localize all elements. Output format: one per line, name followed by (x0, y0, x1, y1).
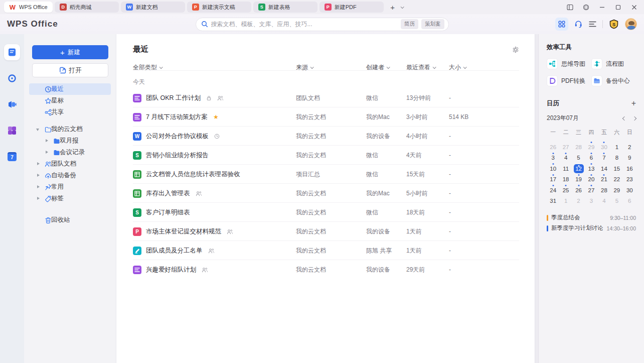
calendar-day[interactable]: 3 (585, 196, 597, 207)
open-file-button[interactable]: 打开 (32, 63, 108, 77)
minimize-button[interactable] (596, 2, 608, 13)
file-row[interactable]: S营销小组业绩分析报告我的云文档微信4天前- (133, 146, 519, 165)
calendar-day[interactable]: 9 (623, 153, 636, 164)
rail-item-calendar[interactable]: 7 (4, 149, 20, 165)
tool-flowchart[interactable]: 流程图 (591, 58, 636, 70)
tab-home[interactable]: WWPS Office (4, 2, 53, 13)
calendar-day-selected[interactable]: 12 (572, 163, 585, 174)
calendar-day[interactable]: 21 (598, 174, 610, 185)
caret-right-icon[interactable] (46, 151, 48, 154)
filter-2[interactable]: 创建者 (366, 63, 389, 72)
maximize-button[interactable] (612, 2, 624, 13)
calendar-day[interactable]: 5 (610, 196, 623, 207)
file-row[interactable]: W公司对外合作协议模板我的云文档我的设备4小时前- (133, 127, 519, 146)
tool-pdf-convert[interactable]: PDF转换 (547, 75, 591, 87)
calendar-day[interactable]: 2 (623, 142, 636, 153)
calendar-day[interactable]: 7 (598, 153, 610, 164)
sidebar-item-auto-backup[interactable]: 自动备份 (29, 170, 111, 181)
file-row[interactable]: 7 月线下活动策划方案★我的云文档我的Mac3小时前514 KB (133, 107, 519, 127)
search-bar[interactable]: 简历 策划案 (196, 18, 449, 31)
file-row[interactable]: P市场主体登记提交材料规范我的云文档我的设备1天前- (133, 222, 519, 241)
calendar-day[interactable]: 24 (547, 185, 559, 196)
file-row[interactable]: 团队 OKR 工作计划团队文档微信13分钟前- (133, 88, 519, 107)
sidebar-item-my-cloud-docs[interactable]: 我的云文档 (29, 124, 111, 135)
next-month-icon[interactable] (632, 116, 636, 120)
calendar-day[interactable]: 1 (559, 196, 572, 207)
event-item[interactable]: 季度总结会 9:30–11:00 (547, 212, 636, 223)
calendar-day[interactable]: 16 (623, 163, 636, 174)
calendar-day[interactable]: 4 (559, 153, 572, 164)
calendar-day[interactable]: 26 (572, 185, 585, 196)
add-event-button[interactable]: + (631, 99, 636, 108)
sidebar-toggle-icon[interactable] (564, 2, 576, 13)
user-avatar[interactable] (625, 18, 637, 30)
sidebar-item-meeting-notes[interactable]: 会议记录 (29, 147, 111, 158)
rail-item-meeting[interactable] (4, 96, 20, 112)
sidebar-item-recent[interactable]: 最近 (29, 83, 111, 95)
calendar-day[interactable]: 14 (598, 163, 610, 174)
calendar-day[interactable]: 11 (559, 163, 572, 174)
calendar-day[interactable]: 30 (623, 185, 636, 196)
search-tag-resume[interactable]: 简历 (401, 19, 418, 29)
calendar-day[interactable]: 22 (610, 174, 623, 185)
tab-document-3[interactable]: P新建演示文稿 (187, 2, 251, 13)
caret-right-icon[interactable] (37, 197, 40, 200)
new-tab-button[interactable]: + (388, 2, 398, 12)
calendar-day[interactable]: 18 (559, 174, 572, 185)
calendar-day[interactable]: 28 (572, 142, 585, 153)
caret-right-icon[interactable] (37, 185, 40, 188)
calendar-day[interactable]: 27 (585, 185, 597, 196)
tab-document-4[interactable]: S新建表格 (253, 2, 317, 13)
rail-item-messages[interactable] (4, 70, 20, 86)
tab-document-1[interactable]: D稻壳商城 (55, 2, 119, 13)
support-headset-icon[interactable] (574, 20, 583, 28)
filter-0[interactable]: 全部类型 (133, 63, 162, 72)
calendar-day[interactable]: 8 (610, 153, 623, 164)
calendar-day[interactable]: 1 (610, 142, 623, 153)
apps-grid-button[interactable] (555, 18, 568, 31)
filter-1[interactable]: 来源 (296, 63, 313, 72)
global-menu-icon[interactable] (589, 21, 596, 27)
calendar-day[interactable]: 26 (547, 142, 559, 153)
close-button[interactable] (628, 2, 640, 13)
calendar-day[interactable]: 30 (598, 142, 610, 153)
calendar-day[interactable]: 17 (547, 174, 559, 185)
calendar-day[interactable]: 27 (559, 142, 572, 153)
sidebar-item-starred[interactable]: 星标 (29, 95, 111, 106)
caret-down-icon[interactable] (36, 129, 39, 131)
sidebar-item-trash[interactable]: 回收站 (29, 214, 111, 226)
calendar-day[interactable]: 5 (572, 153, 585, 164)
tool-mindmap[interactable]: 思维导图 (547, 58, 591, 70)
search-tag-plan[interactable]: 策划案 (421, 19, 444, 29)
globe-icon[interactable] (580, 2, 592, 13)
calendar-day[interactable]: 13 (585, 163, 597, 174)
calendar-day[interactable]: 2 (572, 196, 585, 207)
caret-right-icon[interactable] (37, 174, 40, 177)
file-row[interactable]: 团队成员及分工名单我的云文档陈旭 共享1天前- (133, 241, 519, 260)
prev-month-icon[interactable] (622, 116, 626, 120)
calendar-day[interactable]: 20 (585, 174, 597, 185)
caret-right-icon[interactable] (37, 162, 40, 165)
calendar-day[interactable]: 10 (547, 163, 559, 174)
rail-item-apps[interactable] (4, 123, 20, 139)
file-row[interactable]: 库存出入管理表我的云文档我的Mac5小时前- (133, 184, 519, 203)
sidebar-item-shared[interactable]: 共享 (29, 106, 111, 118)
calendar-day[interactable]: 6 (623, 196, 636, 207)
event-item[interactable]: 新季度学习计划讨论 14:30–16:00 (547, 223, 636, 233)
calendar-day[interactable]: 19 (572, 174, 585, 185)
sidebar-item-tags[interactable]: 标签 (29, 193, 111, 204)
calendar-day[interactable]: 31 (547, 196, 559, 207)
calendar-day[interactable]: 3 (547, 153, 559, 164)
search-input[interactable] (211, 21, 398, 28)
sidebar-item-team-docs[interactable]: 团队文档 (29, 158, 111, 170)
file-row[interactable]: S客户订单明细表我的云文档微信18天前- (133, 203, 519, 222)
new-document-button[interactable]: + 新建 (32, 45, 108, 59)
gear-icon[interactable] (512, 46, 519, 53)
calendar-day[interactable]: 28 (598, 185, 610, 196)
file-row[interactable]: 云文档管人员信息统计表理器验收项目汇总微信15天前- (133, 165, 519, 184)
calendar-day[interactable]: 4 (598, 196, 610, 207)
tool-backup-center[interactable]: 备份中心 (591, 75, 636, 87)
calendar-day[interactable]: 29 (610, 185, 623, 196)
member-badge-icon[interactable]: S (609, 19, 619, 29)
filter-4[interactable]: 大小 (449, 63, 466, 72)
